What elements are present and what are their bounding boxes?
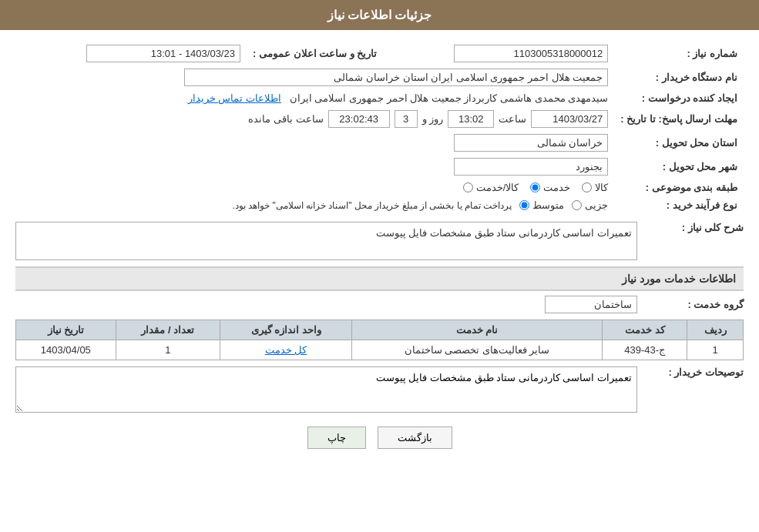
radio-kala-khedmat-input[interactable] [463,182,473,192]
nam-dastgah-box: جمعیت هلال احمر جمهوری اسلامی ایران استا… [184,69,608,86]
tabaqe-row: کالا خدمت کالا/خدمت [15,179,614,196]
col-tedad: تعداد / مقدار [116,320,220,340]
noe-row: جزیی متوسط پرداخت تمام یا بخشی از مبلغ خ… [15,196,614,214]
tawsif-textarea[interactable] [15,366,637,413]
radio-kala-khedmat[interactable]: کالا/خدمت [463,182,519,193]
button-row: بازگشت چاپ [15,427,744,449]
mohlat-mande-box: 23:02:43 [328,110,390,128]
radio-motovaset[interactable]: متوسط [519,199,564,211]
cell-kod: ج-43-439 [603,340,687,360]
page-title: جزئیات اطلاعات نیاز [327,8,432,22]
radio-kala-label: کالا [595,182,608,193]
ostan-label: استان محل تحویل : [614,131,744,155]
ostan-box: خراسان شمالی [454,134,608,152]
tarikh-value: 1403/03/23 - 13:01 [15,42,247,65]
noe-note: پرداخت تمام یا بخشی از مبلغ خریداز محل "… [232,200,512,211]
page-header: جزئیات اطلاعات نیاز [0,0,759,30]
cell-tedad: 1 [116,340,220,360]
radio-motovaset-input[interactable] [519,200,529,210]
shomare-niaz-value: 1103005318000012 [383,42,614,65]
radio-kala-khedmat-label: کالا/خدمت [476,182,519,193]
cell-nam: سایر فعالیت‌های تخصصی ساختمان [352,340,603,360]
cell-vahed[interactable]: کل خدمت [220,340,352,360]
sharh-label: شرح کلی نیاز : [643,222,744,233]
tabaqe-label: طبقه بندی موضوعی : [614,179,744,196]
mande-label: ساعت باقی مانده [248,113,323,125]
shahr-box: بجنورد [454,158,608,176]
tarikh-box: 1403/03/23 - 13:01 [86,45,240,62]
radio-jozi-input[interactable] [572,200,582,210]
col-radif: ردیف [687,320,744,340]
services-table: ردیف کد خدمت نام خدمت واحد اندازه گیری ت… [15,320,744,360]
col-vahed: واحد اندازه گیری [220,320,352,340]
mohlat-roz-box: 3 [395,110,418,128]
mohlat-row: 1403/03/27 ساعت 13:02 روز و 3 23:02:43 س… [15,107,614,131]
gorohe-label: گروه خدمت : [643,299,744,310]
col-tarikh: تاریخ نیاز [16,320,116,340]
radio-jozi-label: جزیی [585,199,608,211]
mohlat-label: مهلت ارسال پاسخ: تا تاریخ : [614,107,744,131]
mohlat-saat-box: 13:02 [448,110,494,128]
gorohe-value: ساختمان [545,296,637,313]
main-info-table: شماره نیاز : 1103005318000012 تاریخ و سا… [15,42,744,214]
col-kod: کد خدمت [603,320,687,340]
ij-value: سیدمهدی محمدی هاشمی کاربرداز جمعیت هلال … [15,89,614,107]
radio-khedmat-label: خدمت [543,182,570,193]
nam-dastgah-value: جمعیت هلال احمر جمهوری اسلامی ایران استا… [15,65,614,89]
cell-tarikh: 1403/04/05 [16,340,116,360]
tarikh-label: تاریخ و ساعت اعلان عمومی : [247,42,383,65]
shomare-niaz-box: 1103005318000012 [454,45,608,62]
ij-label: ایجاد کننده درخواست : [614,89,744,107]
tawsif-label: توصیحات خریدار : [643,366,744,378]
shahr-label: شهر محل تحویل : [614,155,744,179]
print-button[interactable]: چاپ [307,427,366,449]
mohlat-date-box: 1403/03/27 [531,110,608,128]
noe-label: نوع فرآیند خرید : [614,196,744,214]
saat-label: ساعت [499,113,526,125]
sharh-box: تعمیرات اساسی کاردرمانی ستاد طبق مشخصات … [15,222,637,260]
khadamat-section-title: اطلاعات خدمات مورد نیاز [15,266,744,291]
ostan-value: خراسان شمالی [15,131,614,155]
back-button[interactable]: بازگشت [378,427,452,449]
nam-dastgah-label: نام دستگاه خریدار : [614,65,744,89]
radio-kala-input[interactable] [582,182,592,192]
shomare-niaz-label: شماره نیاز : [614,42,744,65]
radio-jozi[interactable]: جزیی [572,199,608,211]
col-nam: نام خدمت [352,320,603,340]
radio-khedmat-input[interactable] [530,182,540,192]
table-row: 1 ج-43-439 سایر فعالیت‌های تخصصی ساختمان… [16,340,744,360]
radio-motovaset-label: متوسط [532,199,564,211]
ij-text: سیدمهدی محمدی هاشمی کاربرداز جمعیت هلال … [290,92,609,104]
radio-kala[interactable]: کالا [582,182,608,193]
aatelaat-link[interactable]: اطلاعات تماس خریدار [188,92,281,104]
roz-label: روز و [422,113,444,125]
shahr-value: بجنورد [15,155,614,179]
cell-radif: 1 [687,340,744,360]
radio-khedmat[interactable]: خدمت [530,182,570,193]
